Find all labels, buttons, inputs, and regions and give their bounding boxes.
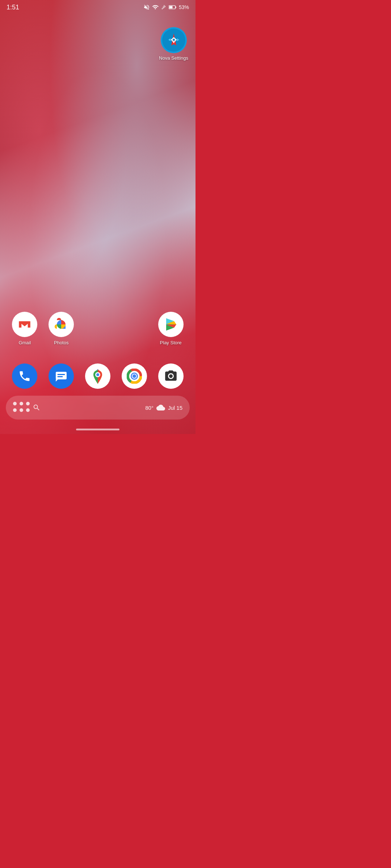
maps-svg	[90, 369, 105, 384]
maps-app[interactable]	[85, 363, 110, 389]
cloud-icon	[156, 404, 165, 411]
status-time: 1:51	[7, 4, 19, 11]
svg-rect-2	[169, 6, 172, 8]
dot-2	[20, 402, 23, 405]
app-row-secondary: Gmail Phot	[0, 312, 196, 345]
gmail-app[interactable]: Gmail	[12, 312, 37, 345]
app-row-dock	[0, 363, 196, 389]
date-display: Jul 15	[168, 405, 182, 411]
status-bar: 1:51 53%	[0, 0, 196, 14]
dot-5	[20, 408, 23, 412]
svg-rect-9	[175, 39, 177, 41]
camera-icon	[158, 363, 184, 389]
messages-icon	[49, 363, 74, 389]
svg-rect-8	[171, 39, 172, 41]
svg-rect-1	[176, 7, 176, 8]
svg-marker-19	[56, 379, 58, 382]
apps-drawer-button[interactable]	[13, 402, 41, 413]
nova-rocket-icon	[165, 32, 182, 48]
phone-app[interactable]	[12, 363, 37, 389]
dots-grid	[13, 402, 31, 413]
mute-icon	[143, 4, 150, 10]
playstore-icon	[158, 312, 184, 337]
messages-app[interactable]	[49, 363, 74, 389]
svg-point-5	[173, 39, 175, 41]
photos-svg	[53, 316, 69, 332]
dot-3	[26, 402, 30, 405]
svg-marker-10	[168, 38, 171, 41]
camera-app[interactable]	[158, 363, 184, 389]
chrome-svg	[127, 369, 142, 384]
gmail-label: Gmail	[18, 340, 31, 345]
svg-rect-6	[173, 37, 174, 39]
nova-settings-icon-inner	[162, 29, 185, 52]
weather-date-widget[interactable]: 80° Jul 15	[145, 404, 182, 411]
messages-svg	[55, 370, 68, 383]
nova-settings-icon-bg	[161, 27, 187, 53]
phone-svg	[18, 370, 31, 383]
svg-rect-21	[58, 376, 63, 377]
phone-icon	[12, 363, 37, 389]
dot-1	[13, 402, 17, 405]
dot-6	[26, 408, 30, 412]
wifi-icon	[152, 4, 159, 10]
status-icons: 53%	[143, 4, 189, 10]
svg-rect-20	[58, 374, 65, 375]
temperature: 80°	[145, 405, 154, 411]
gmail-icon	[12, 312, 37, 337]
photos-icon	[49, 312, 74, 337]
nova-settings-app[interactable]: Nova Settings	[159, 27, 188, 61]
battery-percent: 53%	[179, 4, 189, 10]
svg-rect-18	[56, 372, 67, 379]
svg-rect-7	[173, 42, 174, 43]
battery-icon	[169, 5, 177, 10]
home-indicator	[76, 429, 119, 430]
chrome-icon	[122, 363, 147, 389]
gmail-svg	[17, 319, 32, 330]
chrome-app[interactable]	[122, 363, 147, 389]
camera-svg	[164, 369, 178, 383]
svg-point-33	[133, 374, 136, 378]
photos-label: Photos	[54, 340, 68, 345]
playstore-label: Play Store	[160, 340, 182, 345]
bottom-bar[interactable]: 80° Jul 15	[6, 396, 190, 420]
playstore-app[interactable]: Play Store	[158, 312, 184, 345]
nova-settings-label: Nova Settings	[159, 55, 188, 61]
signal-icon	[161, 4, 167, 10]
playstore-svg	[163, 317, 178, 332]
svg-marker-11	[177, 38, 179, 41]
svg-point-26	[96, 373, 99, 376]
search-icon	[33, 404, 41, 412]
dot-4	[13, 408, 17, 412]
maps-icon	[85, 363, 110, 389]
photos-app[interactable]: Photos	[49, 312, 74, 345]
